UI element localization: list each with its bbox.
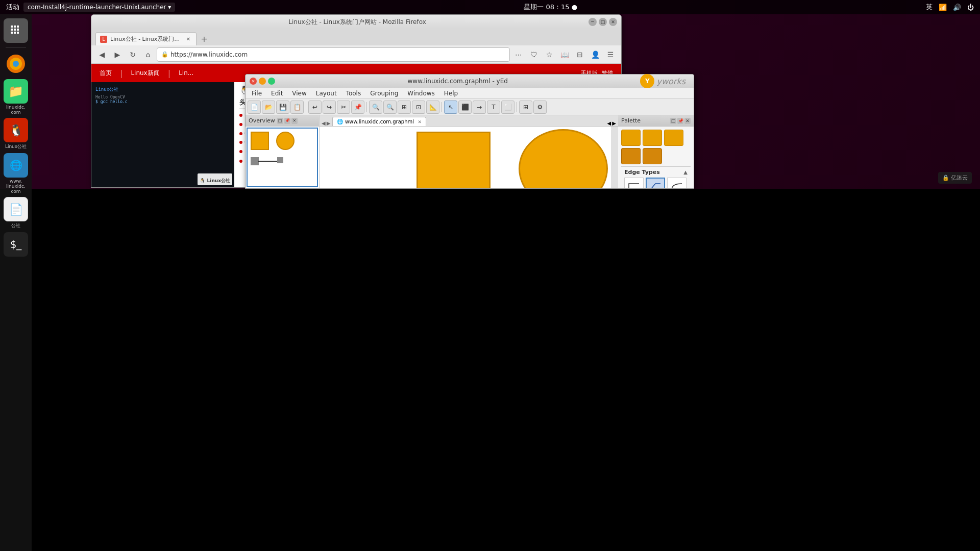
tool-zoom-in[interactable]: 🔍 xyxy=(369,101,382,114)
dock-item-text[interactable]: 📄 公社 xyxy=(3,197,29,229)
graph-tab-active[interactable]: 🌐 www.linuxidc.com.graphml ✕ xyxy=(332,117,426,126)
yed-minimize-button[interactable] xyxy=(259,78,266,85)
tool-label[interactable]: T xyxy=(487,101,500,114)
yed-titlebar: ✕ www.linuxidc.com.graphml - yEd Y ywork… xyxy=(246,74,694,88)
yed-window: ✕ www.linuxidc.com.graphml - yEd Y ywork… xyxy=(245,74,694,189)
tool-copy[interactable]: 📋 xyxy=(290,101,304,114)
menu-button[interactable]: ☰ xyxy=(604,48,617,61)
new-tab-button[interactable]: + xyxy=(198,32,211,45)
dock-item-filemanager[interactable]: 📁 linuxidc.com xyxy=(3,79,29,115)
menu-edit[interactable]: Edit xyxy=(267,89,287,98)
dock-item-linux[interactable]: 🐧 Linux公社 xyxy=(3,118,29,150)
www-icon: 🌐 xyxy=(4,153,28,178)
palette-expand-button[interactable]: □ xyxy=(670,118,676,124)
palette-close-button[interactable]: ✕ xyxy=(684,118,691,124)
yed-maximize-button[interactable] xyxy=(268,78,275,85)
overview-expand-button[interactable]: □ xyxy=(277,118,283,124)
menu-file[interactable]: File xyxy=(248,89,266,98)
graph-container: ◀ ▶ 🌐 www.linuxidc.com.graphml ✕ ◀ ▶ xyxy=(320,115,618,188)
nav-home[interactable]: 首页 xyxy=(100,69,112,78)
wifi-icon: 📶 xyxy=(939,4,947,11)
bookmark-button[interactable]: ⋯ xyxy=(512,48,525,61)
tool-open[interactable]: 📂 xyxy=(262,101,275,114)
home-button[interactable]: ⌂ xyxy=(141,48,155,61)
graph-area-maximize[interactable]: ▶ xyxy=(612,120,616,126)
app-indicator[interactable]: com-Install4j-runtime-launcher-UnixLaunc… xyxy=(23,3,175,12)
yed-close-button[interactable]: ✕ xyxy=(250,78,257,85)
tool-paste[interactable]: 📌 xyxy=(351,101,364,114)
edge-type-curved[interactable] xyxy=(667,178,687,188)
tab-close-button[interactable]: ✕ xyxy=(185,36,192,43)
language-indicator[interactable]: 英 xyxy=(926,3,933,12)
tool-edge[interactable]: → xyxy=(473,101,486,114)
tab-panel-button[interactable]: ⊟ xyxy=(573,48,586,61)
tab-prev-button[interactable]: ◀ xyxy=(322,120,326,126)
palette-shape-dark-2[interactable] xyxy=(643,148,662,164)
dock-item-www[interactable]: 🌐 www.linuxidc.com xyxy=(3,153,29,194)
back-button[interactable]: ◀ xyxy=(95,48,109,61)
reader-button[interactable]: 📖 xyxy=(558,48,571,61)
palette-shape-rect-1[interactable] xyxy=(621,130,641,146)
palette-shape-rect-3[interactable] xyxy=(664,130,683,146)
edge-types-collapse-button[interactable]: ▲ xyxy=(683,169,688,175)
tool-zoom-out[interactable]: 🔍 xyxy=(383,101,397,114)
tool-group[interactable]: ⬜ xyxy=(501,101,514,114)
graph-area-restore[interactable]: ◀ xyxy=(607,120,611,126)
yworks-text: yworks xyxy=(656,77,685,86)
linux-icon: 🐧 xyxy=(4,118,28,142)
overview-pin-button[interactable]: 📌 xyxy=(284,118,290,124)
tool-zoom-page[interactable]: 📐 xyxy=(426,101,439,114)
power-icon[interactable]: ⏻ xyxy=(967,4,974,11)
edge-type-polyline[interactable] xyxy=(646,178,665,188)
tool-cut[interactable]: ✂ xyxy=(337,101,350,114)
palette-row-2 xyxy=(621,148,691,164)
menu-windows[interactable]: Windows xyxy=(403,89,439,98)
shield-button[interactable]: 🛡 xyxy=(527,48,541,61)
menu-help[interactable]: Help xyxy=(440,89,462,98)
menu-layout[interactable]: Layout xyxy=(312,89,341,98)
tool-select[interactable]: ↖ xyxy=(444,101,457,114)
activities-button[interactable]: 活动 xyxy=(6,3,19,12)
tool-settings[interactable]: ⚙ xyxy=(533,101,547,114)
firefox-titlebar: Linux公社 - Linux系统门户网站 - Mozilla Firefox … xyxy=(91,15,621,29)
graph-canvas[interactable] xyxy=(320,127,618,188)
menu-grouping[interactable]: Grouping xyxy=(366,89,402,98)
dock-item-terminal[interactable]: $_ xyxy=(3,232,29,257)
palette-shape-dark-1[interactable] xyxy=(621,148,641,164)
reload-button[interactable]: ↻ xyxy=(126,48,139,61)
star-button[interactable]: ☆ xyxy=(543,48,556,61)
tool-fit-nodes[interactable]: ⊞ xyxy=(519,101,532,114)
menu-tools[interactable]: Tools xyxy=(342,89,365,98)
tab-next-button[interactable]: ▶ xyxy=(327,120,331,126)
palette-shape-rect-2[interactable] xyxy=(643,130,662,146)
tool-save[interactable]: 💾 xyxy=(276,101,289,114)
graph-vertical-scrollbar[interactable] xyxy=(611,127,618,188)
toolbar-separator-4 xyxy=(517,102,517,112)
edge-type-orthogonal[interactable] xyxy=(624,178,644,188)
menu-view[interactable]: View xyxy=(288,89,310,98)
sync-button[interactable]: 👤 xyxy=(589,48,602,61)
firefox-maximize-button[interactable]: □ xyxy=(599,18,607,26)
tool-redo[interactable]: ↪ xyxy=(323,101,336,114)
nav-news[interactable]: Linux新闻 xyxy=(131,69,159,78)
tool-new[interactable]: 📄 xyxy=(248,101,261,114)
firefox-tab-active[interactable]: L Linux公社 - Linux系统门户网站 ✕ xyxy=(95,32,197,45)
forward-button[interactable]: ▶ xyxy=(111,48,124,61)
url-bar[interactable]: 🔒 https://www.linuxidc.com xyxy=(157,47,510,62)
tool-zoom-select[interactable]: ⊡ xyxy=(412,101,425,114)
tool-node[interactable]: ⬛ xyxy=(458,101,472,114)
graph-tab-close[interactable]: ✕ xyxy=(418,119,422,124)
clock: 星期一 08：15 ● xyxy=(524,3,577,12)
graph-node-rect[interactable] xyxy=(416,132,491,188)
tool-zoom-fit[interactable]: ⊞ xyxy=(398,101,411,114)
overview-close-button[interactable]: ✕ xyxy=(291,118,298,124)
overview-mini-rect xyxy=(251,132,269,150)
dock-item-firefox[interactable] xyxy=(3,52,29,76)
graph-node-circle[interactable] xyxy=(519,129,608,188)
nav-more[interactable]: Lin... xyxy=(179,69,193,77)
firefox-minimize-button[interactable]: ─ xyxy=(589,18,597,26)
firefox-close-button[interactable]: ✕ xyxy=(609,18,617,26)
dock-item-apps[interactable] xyxy=(3,18,29,43)
tool-undo[interactable]: ↩ xyxy=(308,101,322,114)
palette-pin-button[interactable]: 📌 xyxy=(677,118,683,124)
